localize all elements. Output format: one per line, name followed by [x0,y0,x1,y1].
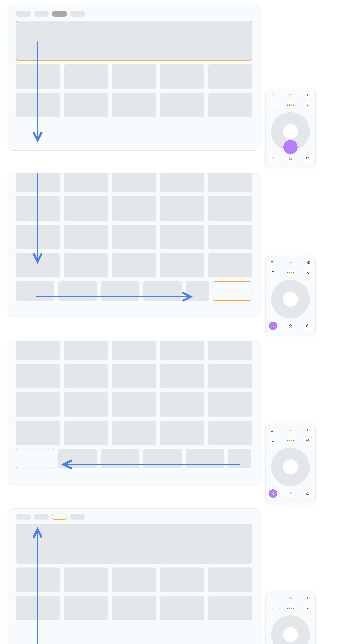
dpad-select[interactable] [283,124,298,139]
content-card[interactable] [112,173,156,192]
hero-banner-focused[interactable] [16,20,252,60]
content-card[interactable] [64,173,108,192]
content-card[interactable] [16,64,60,89]
tab-pill[interactable] [34,514,49,520]
power-button[interactable] [269,259,275,266]
content-card[interactable] [112,392,156,417]
back-button-active[interactable] [269,322,277,330]
content-card[interactable] [112,340,156,360]
assistant-button[interactable] [286,268,295,277]
content-card[interactable] [16,568,60,592]
content-card[interactable] [208,173,252,192]
content-card[interactable] [16,596,60,620]
content-card[interactable] [160,93,204,117]
content-card[interactable] [58,449,97,468]
power-button[interactable] [269,427,275,434]
home-button[interactable] [286,322,295,330]
content-card[interactable] [208,340,252,360]
tv-button[interactable] [304,154,312,162]
power-button[interactable] [269,595,275,601]
content-card[interactable] [228,449,252,468]
content-card[interactable] [112,196,156,221]
content-card[interactable] [16,173,60,192]
content-card[interactable] [64,253,108,278]
dpad[interactable] [271,280,310,318]
home-button[interactable] [286,154,295,162]
hero-banner[interactable] [16,524,252,564]
bookmark-button[interactable] [269,268,277,277]
input-button[interactable] [306,595,312,601]
back-button-active[interactable] [269,489,277,498]
dpad-select[interactable] [283,292,298,307]
content-card[interactable] [64,64,108,89]
content-card[interactable] [160,64,204,89]
content-card[interactable] [160,364,204,388]
content-card[interactable] [58,281,97,300]
content-card[interactable] [16,93,60,117]
content-card[interactable] [160,225,204,249]
dpad-select[interactable] [283,627,298,642]
content-card[interactable] [16,392,60,417]
assistant-button[interactable] [286,436,295,445]
assistant-button[interactable] [286,100,295,110]
dpad[interactable] [271,615,310,644]
content-card[interactable] [101,449,139,468]
content-card[interactable] [64,225,108,249]
content-card[interactable] [16,340,60,360]
tab-pill[interactable] [16,514,31,520]
tv-button[interactable] [304,322,312,330]
bookmark-button[interactable] [269,101,277,109]
content-card[interactable] [208,196,252,221]
content-card[interactable] [64,340,108,360]
bookmark-button[interactable] [269,436,277,445]
content-card[interactable] [112,596,156,620]
content-card[interactable] [112,364,156,388]
content-card[interactable] [160,173,204,192]
content-card[interactable] [208,225,252,249]
content-card[interactable] [112,568,156,592]
back-button[interactable] [269,154,277,162]
content-card[interactable] [64,196,108,221]
tab-pill-focused[interactable] [52,514,67,520]
content-card[interactable] [160,196,204,221]
content-card[interactable] [112,253,156,278]
content-card[interactable] [112,225,156,249]
content-card[interactable] [160,253,204,278]
content-card[interactable] [208,392,252,417]
settings-button[interactable] [304,436,312,445]
content-card[interactable] [112,93,156,117]
content-card-focused[interactable] [213,281,252,300]
content-card[interactable] [64,568,108,592]
tab-pill-active[interactable] [52,10,67,17]
content-card[interactable] [208,421,252,445]
dpad[interactable] [271,448,310,486]
content-card[interactable] [112,421,156,445]
dpad-select[interactable] [283,459,298,475]
content-card-focused[interactable] [16,449,54,468]
content-card[interactable] [208,253,252,278]
content-card[interactable] [186,449,224,468]
settings-button[interactable] [304,101,312,109]
content-card[interactable] [16,253,60,278]
tab-pill[interactable] [16,10,31,17]
content-card[interactable] [208,93,252,117]
content-card[interactable] [16,225,60,249]
content-card[interactable] [143,281,182,300]
power-button[interactable] [269,92,275,98]
content-card[interactable] [186,281,209,300]
content-card[interactable] [16,364,60,388]
content-card[interactable] [64,421,108,445]
content-card[interactable] [64,364,108,388]
tv-button[interactable] [304,489,312,498]
content-card[interactable] [160,596,204,620]
content-card[interactable] [112,64,156,89]
content-card[interactable] [16,421,60,445]
settings-button[interactable] [304,268,312,277]
content-card[interactable] [160,392,204,417]
tab-pill[interactable] [70,514,85,520]
home-button[interactable] [286,489,295,498]
content-card[interactable] [160,568,204,592]
content-card[interactable] [143,449,182,468]
bookmark-button[interactable] [269,604,277,612]
content-card[interactable] [64,596,108,620]
